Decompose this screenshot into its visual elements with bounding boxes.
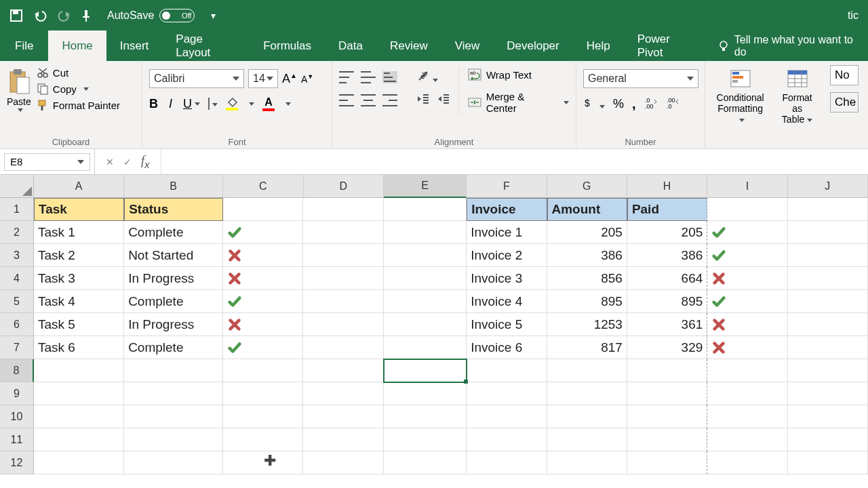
cell-C1[interactable] (223, 198, 303, 221)
cell-I7[interactable] (707, 336, 787, 359)
increase-font-icon[interactable]: A▲ (282, 72, 297, 86)
cell-G12[interactable] (547, 451, 627, 474)
borders-button[interactable] (208, 98, 218, 109)
number-format-combo[interactable]: General (583, 69, 698, 88)
cell-I5[interactable] (707, 290, 787, 313)
cell-B11[interactable] (124, 428, 223, 451)
cell-I12[interactable] (707, 451, 787, 474)
bold-button[interactable]: B (149, 97, 158, 111)
cell-F10[interactable] (467, 405, 547, 428)
cell-H8[interactable] (627, 359, 707, 382)
align-middle-button[interactable] (361, 71, 376, 83)
cell-F9[interactable] (467, 382, 547, 405)
underline-button[interactable]: U (183, 97, 200, 111)
row-header-6[interactable]: 6 (0, 313, 34, 336)
cell-J9[interactable] (788, 382, 868, 405)
tab-review[interactable]: Review (376, 30, 441, 61)
cell-E3[interactable] (384, 244, 467, 267)
cell-E4[interactable] (384, 267, 467, 290)
column-header-J[interactable]: J (788, 175, 868, 198)
cell-H2[interactable]: 205 (627, 221, 707, 244)
pin-icon[interactable] (81, 9, 91, 22)
cell-I3[interactable] (707, 244, 787, 267)
cell-B1[interactable]: Status (124, 198, 223, 221)
qat-customize-icon[interactable]: ▾ (211, 10, 216, 21)
cell-J6[interactable] (788, 313, 868, 336)
cell-D6[interactable] (303, 313, 383, 336)
cell-D12[interactable] (303, 451, 383, 474)
cell-C7[interactable] (223, 336, 303, 359)
row-header-4[interactable]: 4 (0, 267, 34, 290)
cell-F1[interactable]: Invoice (467, 198, 547, 221)
cell-D1[interactable] (303, 198, 383, 221)
cell-A4[interactable]: Task 3 (34, 267, 124, 290)
cell-A1[interactable]: Task (34, 198, 124, 221)
cell-D10[interactable] (303, 405, 383, 428)
tab-view[interactable]: View (441, 30, 494, 61)
column-header-I[interactable]: I (707, 175, 787, 198)
cell-style-normal[interactable]: No (830, 65, 859, 85)
column-header-B[interactable]: B (124, 175, 223, 198)
cell-G7[interactable]: 817 (547, 336, 627, 359)
row-header-12[interactable]: 12 (0, 451, 34, 474)
cell-J11[interactable] (788, 428, 868, 451)
decrease-font-icon[interactable]: A▼ (301, 73, 313, 85)
tab-page-layout[interactable]: Page Layout (162, 30, 250, 61)
cell-E8[interactable] (384, 359, 467, 382)
cell-A10[interactable] (34, 405, 124, 428)
autosave-control[interactable]: AutoSave Off (107, 9, 195, 22)
column-header-G[interactable]: G (547, 175, 627, 198)
font-size-combo[interactable]: 14 (248, 69, 278, 88)
cell-D2[interactable] (303, 221, 383, 244)
paste-button[interactable]: Paste (7, 65, 31, 112)
decrease-decimal-button[interactable]: .00.0 (666, 97, 679, 111)
cell-D3[interactable] (303, 244, 383, 267)
cell-F11[interactable] (467, 428, 547, 451)
name-box[interactable]: E8 (4, 153, 90, 171)
cell-H4[interactable]: 664 (627, 267, 707, 290)
cell-A2[interactable]: Task 1 (34, 221, 124, 244)
row-header-7[interactable]: 7 (0, 336, 34, 359)
cell-C12[interactable] (223, 451, 303, 474)
row-header-5[interactable]: 5 (0, 290, 34, 313)
cell-E10[interactable] (384, 405, 467, 428)
formula-input[interactable] (161, 149, 868, 174)
tab-help[interactable]: Help (573, 30, 624, 61)
wrap-text-button[interactable]: abWrap Text (467, 68, 569, 81)
cell-G8[interactable] (547, 359, 627, 382)
cell-E5[interactable] (384, 290, 467, 313)
column-header-A[interactable]: A (34, 175, 124, 198)
cell-D11[interactable] (303, 428, 383, 451)
cell-J8[interactable] (788, 359, 868, 382)
cell-B12[interactable] (124, 451, 223, 474)
cell-E11[interactable] (384, 428, 467, 451)
cell-J5[interactable] (788, 290, 868, 313)
tab-file[interactable]: File (0, 30, 48, 61)
tell-me-box[interactable]: Tell me what you want to do (708, 30, 868, 61)
cell-G6[interactable]: 1253 (547, 313, 627, 336)
enter-formula-icon[interactable]: ✓ (123, 157, 132, 167)
cell-B4[interactable]: In Progress (124, 267, 223, 290)
cell-I4[interactable] (707, 267, 787, 290)
cell-H10[interactable] (627, 405, 707, 428)
cell-F4[interactable]: Invoice 3 (467, 267, 547, 290)
cell-D8[interactable] (303, 359, 383, 382)
cell-H1[interactable]: Paid (627, 198, 707, 221)
cell-style-check[interactable]: Che (830, 92, 859, 113)
row-header-11[interactable]: 11 (0, 428, 34, 451)
cell-H5[interactable]: 895 (627, 290, 707, 313)
conditional-formatting-button[interactable]: ConditionalFormatting (712, 65, 768, 125)
select-all-corner[interactable] (0, 175, 34, 198)
cell-J2[interactable] (788, 221, 868, 244)
tab-formulas[interactable]: Formulas (250, 30, 325, 61)
align-bottom-button[interactable] (382, 71, 397, 83)
cell-G11[interactable] (547, 428, 627, 451)
cell-H11[interactable] (627, 428, 707, 451)
cell-B8[interactable] (124, 359, 223, 382)
cell-B10[interactable] (124, 405, 223, 428)
cell-H9[interactable] (627, 382, 707, 405)
spreadsheet-grid[interactable]: 123456789101112 ABCDEFGHIJ TaskStatusInv… (0, 175, 868, 474)
percent-button[interactable]: % (613, 97, 624, 111)
cell-G2[interactable]: 205 (547, 221, 627, 244)
cell-F3[interactable]: Invoice 2 (467, 244, 547, 267)
